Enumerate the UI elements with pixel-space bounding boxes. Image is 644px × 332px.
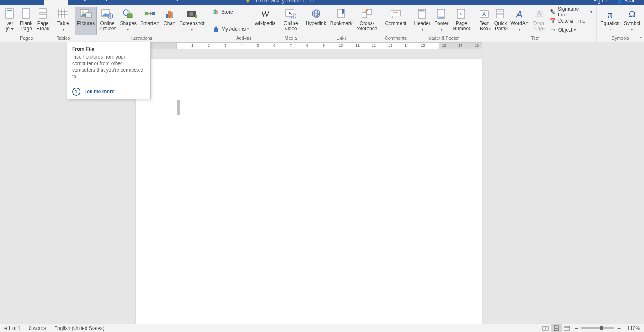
menu-file[interactable]: File [0,0,19,5]
date-time-button[interactable]: 📅Date & Time [548,16,594,25]
web-layout-button[interactable] [562,324,572,332]
shapes-button[interactable]: Shapes ▾ [118,7,139,35]
footer-icon [437,8,446,20]
menu-references[interactable]: References [121,0,157,5]
wikipedia-icon: W [259,8,271,20]
status-language[interactable]: English (United States) [50,325,109,331]
group-links: Hyperlink Bookmark Cross- reference Link… [302,5,382,42]
menu-mailings[interactable]: Mailings [157,0,187,5]
svg-text:W: W [261,9,270,19]
page-number-button[interactable]: # Page Number ▾ [451,7,472,35]
table-icon [57,8,69,20]
drop-cap-button[interactable]: A Drop Cap ▾ [530,7,547,35]
blank-page-button[interactable]: Blank Page [18,7,34,35]
table-button[interactable]: Table ▾ [55,7,71,35]
wordart-button[interactable]: A WordArt ▾ [509,7,530,35]
bulb-icon: 💡 [242,0,251,4]
help-icon: ? [72,88,80,96]
cover-page-button[interactable]: ver je ▾ [2,7,18,35]
print-layout-button[interactable] [551,324,562,332]
group-symbols: π Equation ▾ Ω Symbol ▾ Symbols [597,5,644,42]
svg-text:A: A [516,9,523,19]
text-cursor [177,100,180,115]
group-label-addins: Add-ins [210,35,278,42]
status-words[interactable]: 0 words [25,325,50,331]
online-pictures-button[interactable]: Online Pictures [97,7,118,35]
store-button[interactable]: 🛍️Store [211,7,252,16]
drop-cap-icon: A [533,8,544,20]
chart-icon [164,8,175,20]
zoom-in-button[interactable]: + [617,325,621,332]
hyperlink-button[interactable]: Hyperlink [304,7,328,35]
dropdown-icon: ▾ [421,27,423,32]
header-button[interactable]: Header ▾ [412,7,432,35]
smartart-icon [144,8,156,20]
object-button[interactable]: ▭Object▾ [548,25,594,34]
ruler-main: 1 2 3 4 5 6 7 8 9 10 11 12 13 14 15 [176,42,439,50]
bookmark-button[interactable]: Bookmark [328,7,355,35]
page-break-button[interactable]: Page Break [34,7,51,35]
share-button[interactable]: 👤Share [612,0,642,4]
dropdown-icon: ▾ [609,27,611,32]
my-addins-button[interactable]: My Add-ins▾ [211,25,252,34]
addins-icon [212,26,220,32]
tooltip-title: From File [67,42,150,54]
signature-icon: ✒️ [549,9,556,15]
menu-bar: File Home Insert Design Layout Reference… [0,0,644,5]
cover-page-icon [5,8,14,20]
symbol-button[interactable]: Ω Symbol ▾ [622,7,642,35]
read-mode-button[interactable] [540,324,551,332]
status-page[interactable]: e 1 of 1 [0,325,25,331]
svg-rect-69 [564,326,570,330]
dropdown-icon: ▾ [62,27,64,32]
svg-rect-5 [58,9,68,18]
document-page[interactable] [136,59,482,332]
menu-home[interactable]: Home [19,0,44,5]
status-bar: e 1 of 1 0 words English (United States)… [0,324,644,332]
zoom-thumb[interactable] [600,326,603,330]
ribbon-collapse-button[interactable]: ⌃ [639,36,642,41]
group-illustrations: Pictures Online Pictures Shapes ▾ SmartA… [73,5,208,42]
dropdown-icon: ▾ [247,27,249,31]
dropdown-icon: ▾ [441,27,443,32]
menu-view[interactable]: View [215,0,237,5]
dropdown-icon: ▾ [574,28,576,32]
text-box-button[interactable]: A Text Box ▾ [476,7,492,35]
equation-button[interactable]: π Equation ▾ [598,7,622,35]
menu-insert[interactable]: Insert [44,0,68,5]
chart-button[interactable]: Chart [162,7,178,35]
screenshot-button[interactable]: + Screenshot ▾ [178,7,206,35]
header-icon [417,8,427,20]
menu-review[interactable]: Review [187,0,214,5]
svg-text:A: A [482,11,486,17]
cross-reference-button[interactable]: Cross- reference [355,7,380,35]
wikipedia-button[interactable]: W Wikipedia [253,7,278,35]
quick-parts-button[interactable]: Quick Parts ▾ [492,7,509,35]
pictures-icon [80,8,92,20]
svg-text:+: + [195,14,197,18]
svg-rect-21 [166,14,168,18]
tell-me-more-link[interactable]: ? Tell me more [67,84,150,99]
zoom-out-button[interactable]: − [575,325,578,332]
dropdown-icon: ▾ [127,27,129,32]
svg-text:π: π [608,9,612,19]
svg-rect-1 [7,10,12,11]
menu-design[interactable]: Design [68,0,94,5]
online-video-button[interactable]: Online Video [282,7,300,35]
dropdown-icon: ▾ [489,27,491,32]
share-icon: 👤 [617,0,623,4]
quick-parts-icon [495,8,506,20]
comment-button[interactable]: Comment [383,7,408,35]
group-label-links: Links [304,35,380,42]
zoom-level[interactable]: 110% [623,325,644,331]
smartart-button[interactable]: SmartArt [139,7,162,35]
menu-layout[interactable]: Layout [95,0,121,5]
sign-in-button[interactable]: Sign in [589,0,612,4]
pictures-button[interactable]: Pictures [75,7,96,35]
footer-button[interactable]: Footer ▾ [432,7,451,35]
zoom-slider[interactable] [581,327,614,329]
group-label-text: Text [476,35,594,42]
group-media: Online Video Media [280,5,302,42]
group-addins: 🛍️Store My Add-ins▾ W Wikipedia Add-ins [208,5,280,42]
signature-line-button[interactable]: ✒️Signature Line▾ [548,7,594,16]
